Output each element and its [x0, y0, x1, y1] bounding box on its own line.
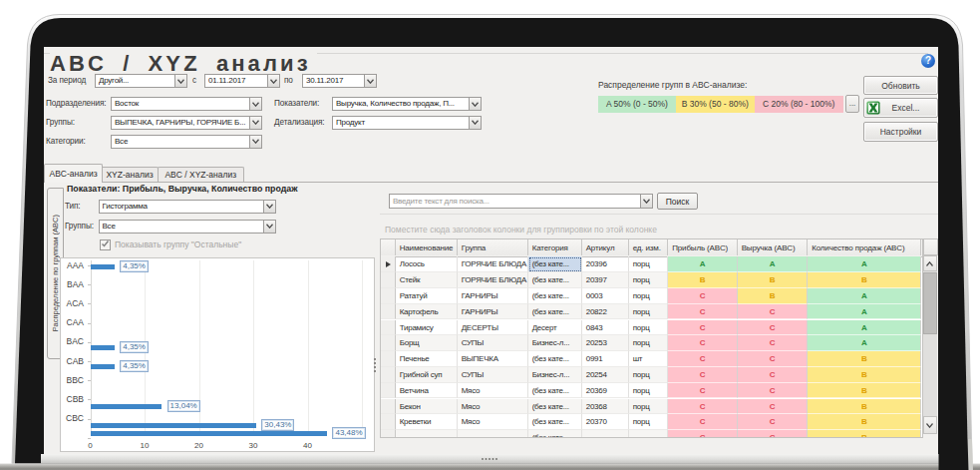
- table-cell[interactable]: C: [668, 320, 738, 336]
- table-cell[interactable]: Печенье: [396, 351, 458, 367]
- grid-column-header[interactable]: Прибыль (ABC): [668, 239, 738, 255]
- table-cell[interactable]: Мясо: [458, 399, 528, 415]
- table-cell[interactable]: C: [738, 367, 809, 383]
- table-cell[interactable]: порц: [629, 304, 669, 320]
- table-cell[interactable]: Тирамису: [396, 320, 458, 336]
- grid-column-header[interactable]: Категория: [528, 239, 582, 255]
- table-cell[interactable]: Картофель: [396, 304, 458, 320]
- table-cell[interactable]: C: [738, 304, 809, 320]
- chevron-down-icon[interactable]: [174, 75, 186, 87]
- table-cell[interactable]: B: [808, 272, 921, 288]
- table-cell[interactable]: C: [668, 304, 738, 320]
- tab-2[interactable]: XYZ-анализ: [101, 167, 159, 183]
- table-row[interactable]: КартофельГАРНИРЫ(без кате...20822порцCCA: [381, 304, 922, 320]
- table-cell[interactable]: [458, 430, 528, 437]
- table-row[interactable]: КреветкиМясо(без кате...20370порцCCB: [381, 414, 922, 430]
- table-cell[interactable]: Рататуй: [396, 288, 458, 304]
- table-cell[interactable]: C: [668, 414, 738, 430]
- table-cell[interactable]: (без кате...: [528, 383, 582, 399]
- table-cell[interactable]: 20397: [582, 272, 629, 288]
- table-cell[interactable]: C: [738, 320, 809, 336]
- table-cell[interactable]: A: [808, 256, 921, 272]
- table-cell[interactable]: Мясо: [458, 383, 528, 399]
- table-cell[interactable]: порц: [629, 383, 669, 399]
- grid-column-header[interactable]: Наименование: [396, 239, 458, 255]
- table-cell[interactable]: (без кате...: [528, 272, 582, 288]
- table-cell[interactable]: (без кате...: [528, 351, 582, 367]
- table-cell[interactable]: ГАРНИРЫ: [458, 304, 528, 320]
- table-cell[interactable]: 20254: [582, 367, 629, 383]
- refresh-button[interactable]: Обновить: [863, 76, 938, 95]
- categories-select[interactable]: Все: [111, 135, 262, 149]
- chevron-down-icon[interactable]: [640, 195, 652, 208]
- detail-select[interactable]: Продукт: [332, 116, 482, 130]
- table-cell[interactable]: C: [668, 351, 738, 367]
- table-cell[interactable]: (без кате...: [528, 256, 582, 272]
- table-cell[interactable]: порц: [629, 256, 669, 272]
- table-cell[interactable]: Бизнес-л...: [528, 367, 582, 383]
- departments-select[interactable]: Восток: [111, 97, 262, 111]
- table-row[interactable]: РататуйГАРНИРЫ(без кате...0003порцCBA: [381, 288, 922, 304]
- indicators-select[interactable]: Выручка, Количество продаж, П...: [332, 97, 482, 111]
- grid-column-header[interactable]: Выручка (ABC): [738, 239, 809, 255]
- table-cell[interactable]: порц: [629, 288, 669, 304]
- table-cell[interactable]: C: [738, 414, 809, 430]
- search-button[interactable]: Поиск: [657, 193, 698, 210]
- show-others-checkbox[interactable]: Показывать группу "Остальные": [100, 239, 241, 249]
- table-cell[interactable]: A: [738, 256, 809, 272]
- table-row[interactable]: Грибной супСУПЫБизнес-л...20254порцCCB: [381, 367, 922, 383]
- table-cell[interactable]: A: [808, 335, 921, 351]
- table-cell[interactable]: порц: [629, 414, 669, 430]
- table-row[interactable]: ЛососьГОРЯЧИЕ БЛЮДА(без кате...20396порц…: [381, 256, 922, 272]
- search-input[interactable]: Введите текст для поиска...: [389, 194, 653, 209]
- table-cell[interactable]: порц: [629, 399, 669, 415]
- table-cell[interactable]: порц: [629, 320, 669, 336]
- table-cell[interactable]: C: [668, 367, 738, 383]
- table-cell[interactable]: C: [668, 288, 738, 304]
- chevron-down-icon[interactable]: [249, 117, 261, 129]
- pane-splitter[interactable]: [374, 358, 376, 374]
- scrollbar-thumb[interactable]: [923, 272, 937, 334]
- table-cell[interactable]: A: [668, 256, 738, 272]
- table-cell[interactable]: ГАРНИРЫ: [458, 288, 528, 304]
- table-cell[interactable]: [629, 430, 669, 437]
- table-cell[interactable]: C: [738, 430, 809, 437]
- table-cell[interactable]: 20253: [582, 335, 629, 351]
- chart-groups-select[interactable]: Все: [99, 220, 276, 234]
- table-cell[interactable]: (без кате...: [528, 414, 582, 430]
- table-cell[interactable]: 20396: [582, 256, 629, 272]
- table-cell[interactable]: (без кате...: [528, 288, 582, 304]
- table-cell[interactable]: ГОРЯЧИЕ БЛЮДА: [458, 272, 528, 288]
- table-row[interactable]: БорщСУПЫБизнес-л...20253порцCCA: [381, 335, 922, 351]
- table-cell[interactable]: Бизнес-л...: [528, 335, 582, 351]
- table-row[interactable]: ТирамисуДЕСЕРТЫДесерт0843порцCCA: [381, 320, 922, 336]
- table-cell[interactable]: Ветчина: [396, 383, 458, 399]
- table-cell[interactable]: B: [808, 430, 921, 437]
- tab-3[interactable]: ABC / XYZ-анализ: [158, 167, 245, 183]
- table-cell[interactable]: Стейк: [396, 272, 458, 288]
- table-cell[interactable]: СУПЫ: [458, 367, 528, 383]
- chevron-down-icon[interactable]: [267, 75, 279, 87]
- chevron-down-icon[interactable]: [364, 75, 376, 87]
- period-select[interactable]: Другой...: [95, 74, 187, 88]
- table-cell[interactable]: C: [668, 430, 738, 437]
- chevron-down-icon[interactable]: [249, 136, 261, 148]
- table-row[interactable]: ВетчинаМясо(без кате...20369порцCCB: [381, 383, 922, 399]
- table-cell[interactable]: ВЫПЕЧКА: [458, 351, 528, 367]
- table-cell[interactable]: Борщ: [396, 335, 458, 351]
- table-cell[interactable]: 20370: [582, 414, 629, 430]
- chevron-down-icon[interactable]: [263, 221, 275, 233]
- table-cell[interactable]: Лосось: [396, 256, 458, 272]
- excel-button[interactable]: Excel...: [863, 98, 938, 118]
- table-cell[interactable]: C: [668, 399, 738, 415]
- table-cell[interactable]: C: [668, 335, 738, 351]
- table-cell[interactable]: 20369: [582, 383, 629, 399]
- table-row[interactable]: БеконМясо(без кате...20368порцCCB: [381, 399, 922, 415]
- table-cell[interactable]: ГОРЯЧИЕ БЛЮДА: [458, 256, 528, 272]
- table-cell[interactable]: Бекон: [396, 399, 458, 415]
- chevron-down-icon[interactable]: [263, 201, 275, 213]
- table-cell[interactable]: 0003: [582, 288, 629, 304]
- vertical-scrollbar[interactable]: [923, 255, 937, 434]
- table-cell[interactable]: порц: [629, 367, 669, 383]
- legend-more-button[interactable]: ...: [845, 95, 859, 113]
